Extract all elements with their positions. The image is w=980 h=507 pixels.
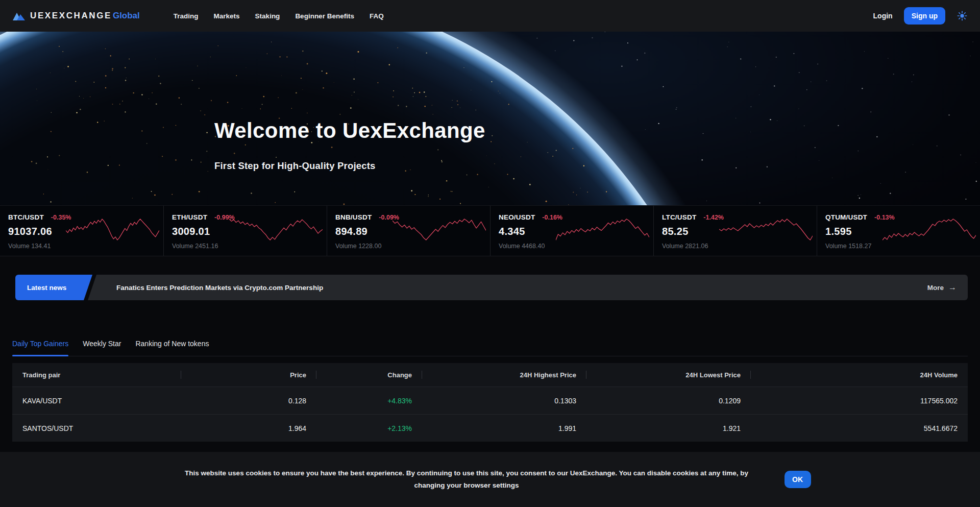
brand-logo[interactable]: UexExchange Global [12, 10, 140, 21]
tab-weekly-star[interactable]: Weekly Star [83, 331, 121, 356]
cell-change: +4.83% [316, 387, 422, 414]
cell-pair: KAVA/USDT [12, 387, 181, 414]
ticker-volume: Volume 134.41 [8, 243, 158, 250]
nav-link-faq[interactable]: FAQ [370, 12, 384, 20]
cookie-message: This website uses cookies to ensure you … [169, 467, 764, 492]
table-row[interactable]: KAVA/USDT 0.128 +4.83% 0.1303 0.1209 117… [12, 387, 968, 414]
ticker-volume: Volume 2821.06 [662, 243, 812, 250]
cell-price: 0.128 [181, 387, 316, 414]
nav-link-markets[interactable]: Markets [214, 12, 240, 20]
nav-link-staking[interactable]: Staking [255, 12, 280, 20]
price-sparkline [66, 216, 159, 242]
ticker-pair: NEO/USDT [499, 213, 535, 221]
header-price: Price [181, 363, 316, 387]
cell-volume: 5541.6672 [751, 415, 968, 442]
header-24h-lowest-price: 24H Lowest Price [586, 363, 751, 387]
gainers-table: Trading pairPriceChange24H Highest Price… [12, 363, 968, 442]
ticker-pair: LTC/USDT [662, 213, 696, 221]
news-more-link[interactable]: More → [927, 283, 957, 292]
hero-title: Welcome to UexExchange [214, 118, 485, 143]
nav-link-trading[interactable]: Trading [174, 12, 199, 20]
ticker-volume: Volume 4468.40 [499, 243, 648, 250]
navbar: UexExchange Global TradingMarketsStaking… [0, 0, 980, 32]
login-link[interactable]: Login [873, 12, 893, 20]
header-change: Change [316, 363, 422, 387]
cookie-ok-button[interactable]: OK [785, 471, 811, 488]
ticker-pair: QTUM/USDT [825, 213, 867, 221]
ticker-volume: Volume 1228.00 [335, 243, 485, 250]
cell-low: 0.1209 [586, 387, 751, 414]
cell-price: 1.964 [181, 415, 316, 442]
header-24h-highest-price: 24H Highest Price [422, 363, 586, 387]
hero-banner: Welcome to UexExchange First Step for Hi… [0, 32, 980, 205]
ticker-pair: ETH/USDT [172, 213, 207, 221]
ticker-volume: Volume 1518.27 [825, 243, 975, 250]
hero-subtitle: First Step for High-Quality Projects [214, 160, 485, 172]
table-body: KAVA/USDT 0.128 +4.83% 0.1303 0.1209 117… [12, 387, 968, 442]
ticker-card[interactable]: NEO/USDT -0.16% 4.345 Volume 4468.40 [490, 206, 653, 256]
cell-change: +2.13% [316, 415, 422, 442]
nav-right: Login Sign up [873, 7, 968, 25]
news-headline[interactable]: Fanatics Enters Prediction Markets via C… [116, 284, 323, 292]
more-label: More [927, 284, 944, 292]
arrow-right-icon: → [948, 283, 957, 292]
header-trading-pair: Trading pair [12, 363, 181, 387]
price-sparkline [556, 216, 649, 242]
ticker-card[interactable]: BTC/USDT -0.35% 91037.06 Volume 134.41 [0, 206, 163, 256]
cell-low: 1.921 [586, 415, 751, 442]
latest-news-label: Latest news [27, 284, 66, 292]
cell-high: 1.991 [422, 415, 586, 442]
price-sparkline [229, 216, 323, 242]
signup-button[interactable]: Sign up [904, 7, 945, 25]
mountain-logo-icon [12, 10, 26, 21]
ticker-strip: BTC/USDT -0.35% 91037.06 Volume 134.41 E… [0, 205, 980, 256]
ticker-card[interactable]: LTC/USDT -1.42% 85.25 Volume 2821.06 [653, 206, 817, 256]
latest-news-badge[interactable]: Latest news [15, 275, 92, 300]
price-sparkline [883, 216, 976, 242]
ticker-pair: BNB/USDT [335, 213, 372, 221]
cell-high: 0.1303 [422, 387, 586, 414]
cell-pair: SANTOS/USDT [12, 415, 181, 442]
ticker-card[interactable]: QTUM/USDT -0.13% 1.595 Volume 1518.27 [817, 206, 980, 256]
earth-from-space-image [0, 32, 980, 205]
ticker-card[interactable]: BNB/USDT -0.09% 894.89 Volume 1228.00 [327, 206, 490, 256]
cell-volume: 117565.002 [751, 387, 968, 414]
ticker-card[interactable]: ETH/USDT -0.99% 3009.01 Volume 2451.16 [163, 206, 327, 256]
ticker-volume: Volume 2451.16 [172, 243, 322, 250]
price-sparkline [393, 216, 486, 242]
theme-toggle-sun-icon[interactable] [957, 10, 968, 21]
brand-suffix: Global [113, 11, 140, 21]
tab-ranking-of-new-tokens[interactable]: Ranking of New tokens [135, 331, 209, 356]
ticker-pair: BTC/USDT [8, 213, 44, 221]
tab-daily-top-gainers[interactable]: Daily Top Gainers [12, 331, 68, 356]
header-24h-volume: 24H Volume [751, 363, 968, 387]
news-bar: Latest news Fanatics Enters Prediction M… [12, 275, 968, 300]
hero-copy: Welcome to UexExchange First Step for Hi… [214, 118, 485, 172]
cookie-banner: This website uses cookies to ensure you … [0, 452, 980, 507]
price-sparkline [719, 216, 813, 242]
market-tabs: Daily Top GainersWeekly StarRanking of N… [12, 331, 968, 356]
news-ticker: Fanatics Enters Prediction Markets via C… [88, 275, 968, 300]
nav-link-beginner-benefits[interactable]: Beginner Benefits [295, 12, 354, 20]
main-nav: TradingMarketsStakingBeginner BenefitsFA… [174, 12, 384, 20]
brand-name: UexExchange [30, 11, 112, 21]
page: UexExchange Global TradingMarketsStaking… [0, 0, 980, 507]
table-row[interactable]: SANTOS/USDT 1.964 +2.13% 1.991 1.921 554… [12, 414, 968, 442]
table-header-row: Trading pairPriceChange24H Highest Price… [12, 363, 968, 387]
